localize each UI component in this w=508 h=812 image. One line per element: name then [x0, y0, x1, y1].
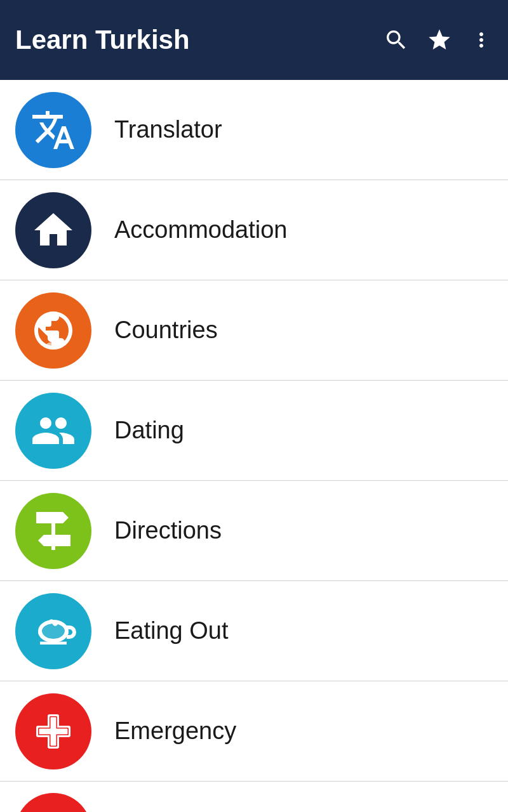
app-header: Learn Turkish	[0, 0, 508, 80]
translator-label: Translator	[114, 116, 222, 143]
search-icon[interactable]	[384, 27, 409, 53]
list-item-emergency[interactable]: Emergency	[0, 681, 508, 782]
list-item-partial[interactable]	[0, 782, 508, 812]
eating-out-label: Eating Out	[114, 617, 229, 645]
dating-icon-circle	[15, 393, 91, 469]
directions-label: Directions	[114, 517, 222, 544]
header-actions	[384, 27, 493, 53]
accommodation-label: Accommodation	[114, 216, 287, 244]
svg-rect-9	[39, 728, 68, 734]
svg-point-0	[46, 342, 61, 350]
translator-icon-circle	[15, 92, 91, 168]
list-item-accommodation[interactable]: Accommodation	[0, 180, 508, 280]
list-item-directions[interactable]: Directions	[0, 481, 508, 581]
list-item-translator[interactable]: Translator	[0, 80, 508, 180]
partial-icon-circle	[15, 793, 91, 812]
countries-icon-circle	[15, 292, 91, 369]
directions-icon-circle	[15, 493, 91, 569]
list-item-countries[interactable]: Countries	[0, 280, 508, 381]
app-title: Learn Turkish	[15, 25, 384, 55]
more-vertical-icon[interactable]	[470, 29, 493, 51]
accommodation-icon-circle	[15, 192, 91, 268]
list-item-eating-out[interactable]: Eating Out	[0, 581, 508, 681]
countries-label: Countries	[114, 317, 218, 344]
list-item-dating[interactable]: Dating	[0, 381, 508, 481]
eating-out-icon-circle	[15, 593, 91, 669]
emergency-label: Emergency	[114, 717, 236, 745]
emergency-icon-circle	[15, 693, 91, 769]
dating-label: Dating	[114, 417, 184, 444]
menu-list: Translator Accommodation Countries Datin…	[0, 80, 508, 812]
star-icon[interactable]	[427, 27, 452, 53]
